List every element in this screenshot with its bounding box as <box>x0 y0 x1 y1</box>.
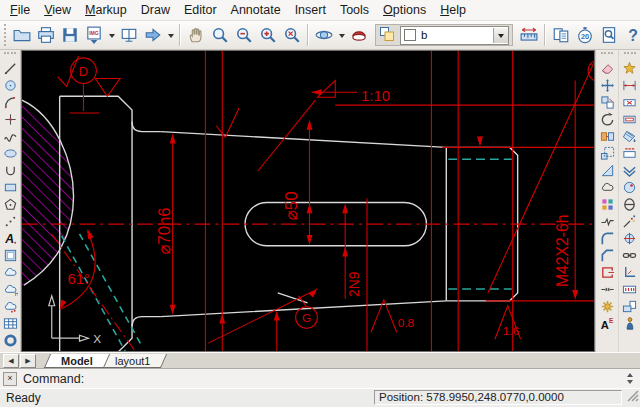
circledot-tool-button[interactable] <box>621 179 638 196</box>
screens-button[interactable] <box>117 23 141 47</box>
print-button[interactable] <box>34 23 58 47</box>
pan-button[interactable] <box>184 23 208 47</box>
menu-tools[interactable]: Tools <box>333 1 376 19</box>
measure-button[interactable] <box>517 23 541 47</box>
menu-editor[interactable]: Editor <box>177 1 224 19</box>
dimhh-tool-button[interactable] <box>621 281 638 298</box>
pan-icon <box>187 26 205 44</box>
stopwatch-button[interactable]: 20 <box>573 23 597 47</box>
ellipse-tool-button[interactable] <box>2 145 19 162</box>
render-button[interactable] <box>347 23 371 47</box>
zoomout-button[interactable] <box>232 23 256 47</box>
theta-tool-button[interactable] <box>621 196 638 213</box>
pattern-tool-button[interactable] <box>599 196 616 213</box>
menu-markup[interactable]: Markup <box>78 1 134 19</box>
group-tool-button[interactable] <box>2 264 19 281</box>
workstation-tool-button[interactable] <box>621 298 638 315</box>
close-icon[interactable]: × <box>3 372 17 386</box>
circle-tool-button[interactable] <box>2 77 19 94</box>
scroll-up-icon[interactable] <box>624 371 636 378</box>
help-button[interactable]: ? <box>621 23 640 47</box>
pages-button[interactable] <box>549 23 573 47</box>
command-prompt[interactable]: Command: <box>23 372 84 386</box>
menu-view[interactable]: View <box>37 1 78 19</box>
menu-insert[interactable]: Insert <box>288 1 333 19</box>
palette-grip[interactable] <box>4 52 16 58</box>
scale-tool-button[interactable] <box>599 145 616 162</box>
drawing-canvas[interactable]: X 1:10 ⌀50 ⌀70h6 2N9 M42X2-6h 61° 0.8 1.… <box>21 50 595 352</box>
donut-tool-button[interactable] <box>2 332 19 349</box>
table-tool-button[interactable] <box>2 315 19 332</box>
layer-combobox[interactable]: b <box>400 26 509 45</box>
gear-tool-button[interactable] <box>599 298 616 315</box>
scroll-down-icon[interactable] <box>624 378 636 385</box>
arc3p-tool-button[interactable] <box>2 162 19 179</box>
imgexport-button[interactable]: IMG <box>82 23 106 47</box>
wings-tool-button[interactable] <box>621 162 638 179</box>
dropdown-arrow-icon[interactable] <box>106 23 117 47</box>
menu-draw[interactable]: Draw <box>134 1 177 19</box>
menu-file[interactable]: File <box>3 1 37 19</box>
hatch-tool-button[interactable] <box>621 128 638 145</box>
tab-scroll-right-button[interactable]: ▶ <box>20 354 36 368</box>
copy-tool-button[interactable] <box>599 94 616 111</box>
zoomin-button[interactable] <box>256 23 280 47</box>
layer-settings-icon[interactable] <box>379 26 397 44</box>
join-tool-button[interactable] <box>599 281 616 298</box>
rectopen-tool-button[interactable] <box>599 264 616 281</box>
tab-scroll-left-button[interactable]: ◀ <box>3 354 19 368</box>
chamfer-tool-button[interactable] <box>599 247 616 264</box>
palette-grip[interactable] <box>601 52 613 58</box>
dimframe-tool-button[interactable] <box>621 111 638 128</box>
dimjog-tool-button[interactable] <box>621 77 638 94</box>
cloud-tool-button[interactable] <box>599 179 616 196</box>
resize-grip-icon[interactable] <box>627 388 639 406</box>
point-tool-button[interactable] <box>2 111 19 128</box>
zoomext-button[interactable] <box>280 23 304 47</box>
points-tool-button[interactable] <box>2 213 19 230</box>
tab-model[interactable]: Model <box>44 354 110 368</box>
groupd-tool-button[interactable] <box>2 298 19 315</box>
explode-tool-button[interactable] <box>621 60 638 77</box>
eraser-tool-button[interactable] <box>599 60 616 77</box>
dimx-tool-button[interactable] <box>621 94 638 111</box>
image-tool-button[interactable] <box>2 247 19 264</box>
breakline-tool-button[interactable] <box>599 213 616 230</box>
spline-tool-button[interactable] <box>2 128 19 145</box>
layer-combobox-dropdown[interactable] <box>493 28 508 43</box>
modify-tools-palette: AE <box>595 50 618 352</box>
orbit-button[interactable] <box>312 23 336 47</box>
line-tool-button[interactable] <box>2 60 19 77</box>
triangle-tool-button[interactable] <box>599 162 616 179</box>
zoomwin-button[interactable] <box>208 23 232 47</box>
person-tool-button[interactable] <box>621 315 638 332</box>
rectangle-tool-button[interactable] <box>2 179 19 196</box>
save-button[interactable] <box>58 23 82 47</box>
sprinkle-tool-button[interactable] <box>621 213 638 230</box>
menu-options[interactable]: Options <box>376 1 433 19</box>
preview-button[interactable] <box>597 23 621 47</box>
menu-annotate[interactable]: Annotate <box>224 1 288 19</box>
cornerl-tool-button[interactable] <box>621 264 638 281</box>
palette-grip[interactable] <box>624 52 636 58</box>
textedit-tool-button[interactable]: AE <box>599 315 616 332</box>
move-tool-button[interactable] <box>599 77 616 94</box>
rotate-tool-button[interactable] <box>599 111 616 128</box>
toolbar-grip[interactable] <box>4 24 6 46</box>
text-tool-button[interactable]: A <box>2 230 19 247</box>
polygon-tool-button[interactable] <box>2 196 19 213</box>
chain-tool-button[interactable] <box>621 247 638 264</box>
dropdown-arrow-icon[interactable] <box>336 23 347 47</box>
fillet-tool-button[interactable] <box>599 230 616 247</box>
cad-drawing[interactable]: X 1:10 ⌀50 ⌀70h6 2N9 M42X2-6h 61° 0.8 1.… <box>22 51 594 351</box>
donut-icon <box>3 333 18 348</box>
stretch-tool-button[interactable] <box>599 128 616 145</box>
grouph-tool-button[interactable]: H <box>2 281 19 298</box>
goarrow-button[interactable] <box>141 23 165 47</box>
target-tool-button[interactable] <box>621 230 638 247</box>
open-button[interactable] <box>10 23 34 47</box>
arc-tool-button[interactable] <box>2 94 19 111</box>
dimh-tool-button[interactable] <box>621 145 638 162</box>
dropdown-arrow-icon[interactable] <box>165 23 176 47</box>
menu-help[interactable]: Help <box>433 1 473 19</box>
